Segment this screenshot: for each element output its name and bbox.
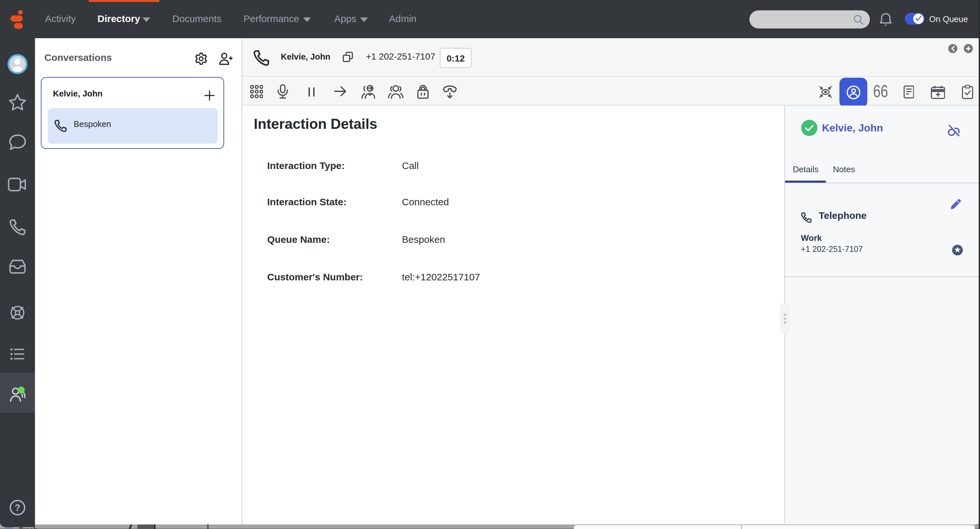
svg-text:?: ?: [14, 502, 21, 513]
